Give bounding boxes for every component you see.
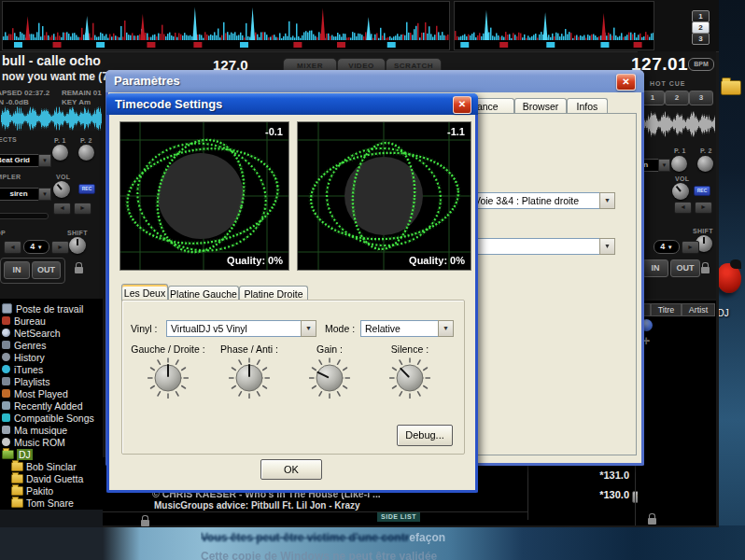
sidebar-item-bureau[interactable]: Bureau [0,315,103,327]
loop-in-button[interactable]: IN [642,259,668,277]
sidebar-item-pakito[interactable]: Pakito [0,484,103,497]
sampler-vol-knob[interactable] [672,183,689,200]
most-played-icon [2,389,10,398]
gauche-droite-knob[interactable] [148,357,189,399]
wga-notification-line2: Cette copie de Windows ne peut être vali… [201,550,745,560]
mode-select[interactable]: Relative [360,320,443,337]
gain-knob[interactable] [309,357,350,399]
sidebar-item-most-played[interactable]: Most Played [0,387,103,399]
mode-label: Mode : [325,323,355,334]
effects-label: EFFECTS [0,136,17,143]
sidebar-item-history[interactable]: History [0,351,103,363]
p1-label: P. 1 [54,137,66,144]
secondary-select-arrow-icon[interactable]: ▼ [599,238,615,255]
timecode-dialog: Timecode Settings ✕ -0.1 [106,93,478,493]
track-title: bull - calle ocho [2,53,101,68]
sidebar-item-poste-de-travail[interactable]: Poste de travail [0,302,103,315]
divider [527,462,528,520]
sampler-rec-button[interactable]: REC [78,184,95,194]
loop-half-button[interactable]: ◄ [4,241,21,254]
right-deck-waveform [639,111,715,137]
sidebar-item-tom-snare[interactable]: Tom Snare [0,497,103,509]
desktop-folder-icon[interactable] [721,80,741,95]
browser-lock-icon[interactable] [141,520,149,526]
right-deck-lock-icon[interactable] [701,267,710,273]
sampler-rec-button[interactable]: REC [694,186,710,196]
sampler-next-button[interactable]: ► [74,203,91,215]
side-list-header-artist[interactable]: Artist [682,303,715,316]
side-list-tab[interactable]: SIDE LIST [377,512,420,522]
loop-length-value: 4 [30,242,35,251]
phase-anti-knob[interactable] [229,357,270,399]
bpm-unit-badge: BPM [688,58,714,71]
playlist-icon [2,377,10,385]
sidebar-item-david-guetta[interactable]: David Guetta [0,472,103,484]
sampler-select-arrow-icon[interactable]: ▼ [38,188,51,201]
sampler-next-button[interactable]: ► [695,202,712,214]
folder-icon [2,450,14,459]
hot-cue-3-button[interactable]: 3 [689,91,713,105]
loop-length-select[interactable]: 4 ▼ [23,240,49,254]
scope-right-quality: Quality: 0% [409,255,465,266]
scope-left-quality: Quality: 0% [227,255,283,266]
channel-routing-select[interactable]: Voie 3&4 : Platine droite [470,192,604,209]
secondary-select[interactable] [470,238,604,255]
effect-p1-knob[interactable] [52,145,68,161]
sidebar-item-compatible-songs[interactable]: Compatible Songs [0,412,103,424]
sampler-position-bar[interactable] [0,213,49,219]
timecode-close-button[interactable]: ✕ [453,96,471,114]
side-list-header-titre[interactable]: Titre [651,303,682,316]
left-deck-lock-icon[interactable] [75,267,83,273]
loop-out-button[interactable]: OUT [32,261,61,279]
effect-select-arrow-icon[interactable]: ▼ [38,154,51,167]
sidebar-item-playlists[interactable]: Playlists [0,375,103,387]
effect-p2-knob[interactable] [697,156,713,172]
loop-out-button[interactable]: OUT [670,259,700,277]
folder-icon [11,474,23,483]
timecode-titlebar[interactable]: Timecode Settings [106,93,478,115]
parametres-close-button[interactable]: ✕ [616,74,636,91]
sampler-prev-button[interactable]: ◄ [53,203,71,215]
sidebar-item-music-rom[interactable]: Music ROM [0,436,103,448]
loop-length-select[interactable]: 4 ▼ [654,240,680,254]
effect-p1-knob[interactable] [671,156,687,172]
ok-button[interactable]: OK [260,459,322,480]
sampler-prev-button[interactable]: ◄ [674,202,692,214]
hot-cue-2-button[interactable]: 2 [665,91,689,105]
loop-double-button[interactable]: ► [51,241,69,254]
phase-anti-label: Phase / Anti : [203,343,296,355]
deck-view-button-3[interactable]: 3 [692,33,710,45]
sampler-select[interactable]: siren [0,188,42,201]
history-icon [2,353,10,361]
sidebar-item-netsearch[interactable]: NetSearch [0,327,103,339]
silence-knob[interactable] [389,357,430,399]
vinyl-select[interactable]: VirtualDJ v5 Vinyl [166,320,305,337]
computer-icon [2,303,12,314]
rhythm-waveform-left [2,1,450,50]
sidebar-item-dj[interactable]: DJ [0,448,103,460]
sidebar-item-recently-added[interactable]: Recently Added [0,399,103,412]
side-list-lock-icon[interactable] [648,518,656,525]
parametres-titlebar[interactable]: Paramètres [105,70,644,92]
channel-routing-arrow-icon[interactable]: ▼ [599,192,615,209]
virtualdj-mascot-icon[interactable] [717,263,741,293]
sampler-vol-knob[interactable] [53,181,70,198]
itunes-icon [2,365,10,373]
sidebar-item-ma-musique[interactable]: Ma musique [0,424,103,436]
playlist-bpm-row[interactable]: *130.0 [532,489,629,500]
loop-length-arrow-icon: ▼ [37,245,43,250]
sidebar-item-genres[interactable]: Genres [0,339,103,351]
sidebar-item-bob-sinclar[interactable]: Bob Sinclar [0,460,103,472]
mode-select-arrow-icon[interactable]: ▼ [438,320,454,337]
sidebar-item-itunes[interactable]: iTunes [0,363,103,375]
effect-p2-knob[interactable] [78,145,94,161]
screen: Vous êtes peut-être victime d'une contre… [0,0,745,560]
effect-select-arrow-icon[interactable]: ▼ [658,159,670,172]
loop-in-button[interactable]: IN [4,261,30,279]
loop-shift-knob[interactable] [69,237,86,254]
debug-button[interactable]: Debug... [397,425,453,446]
playlist-bpm-row[interactable]: *131.0 [532,469,629,481]
vinyl-select-arrow-icon[interactable]: ▼ [301,320,316,337]
effect-select[interactable]: Beat Grid [0,154,42,167]
loop-double-button[interactable]: ► [682,241,699,254]
